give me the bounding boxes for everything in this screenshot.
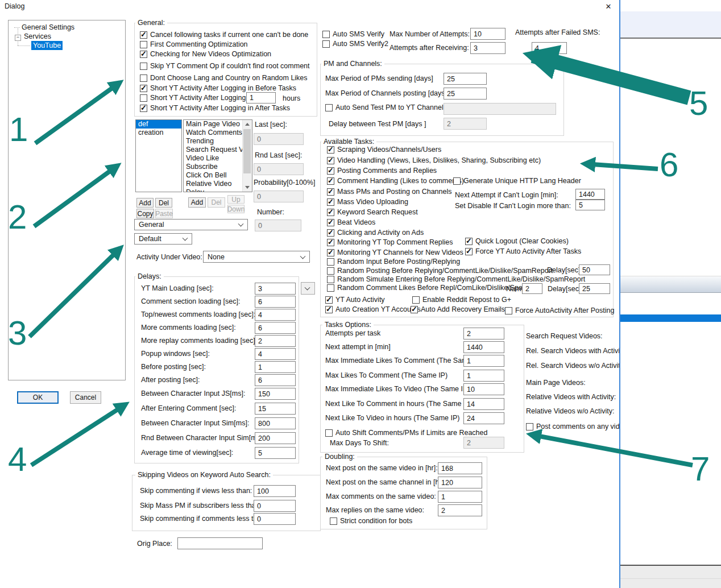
- checkbox-icon[interactable]: [140, 94, 147, 102]
- activity-under-video-dropdown[interactable]: None: [203, 251, 310, 263]
- number-input[interactable]: [255, 220, 301, 231]
- list-item[interactable]: def: [136, 120, 181, 129]
- checkbox-icon[interactable]: [327, 258, 334, 266]
- skip-subscribers-input[interactable]: [254, 500, 296, 512]
- checkbox-icon[interactable]: [505, 307, 512, 314]
- tasks-option-input[interactable]: [463, 328, 504, 339]
- delay-input[interactable]: [255, 388, 296, 400]
- checkbox-auto-sms-verify[interactable]: Auto SMS Verify: [322, 30, 384, 38]
- checkbox-task-random-comment-likes[interactable]: Random Comment Likes Before Repl/ComLike…: [327, 284, 541, 292]
- orig-place-input[interactable]: [177, 537, 263, 549]
- delay-input[interactable]: [255, 447, 296, 459]
- list-item[interactable]: Subscribe: [184, 163, 243, 171]
- checkbox-icon[interactable]: [526, 423, 533, 430]
- checkbox-icon[interactable]: [140, 51, 147, 58]
- checkbox-icon[interactable]: [140, 63, 147, 70]
- tasks-option-input[interactable]: [463, 398, 504, 410]
- checkbox-icon[interactable]: [327, 229, 334, 237]
- up-button[interactable]: Up: [227, 195, 245, 204]
- checkbox-icon[interactable]: [327, 209, 334, 216]
- delay-input[interactable]: [255, 403, 296, 415]
- delay-input[interactable]: [255, 361, 296, 373]
- checkbox-icon[interactable]: [140, 105, 147, 112]
- delay-input[interactable]: [255, 348, 296, 360]
- doubling-input[interactable]: [438, 491, 482, 503]
- delay-input[interactable]: [255, 309, 296, 321]
- random-likes-num-input[interactable]: [522, 283, 542, 294]
- channels-posting-input[interactable]: [444, 88, 487, 100]
- checkbox-auto-add-recovery-emails[interactable]: Auto Add Recovery Emails: [411, 305, 505, 313]
- checkbox-skip-yt-comment-op[interactable]: Skip YT Comment Op if couldn't find root…: [140, 62, 310, 70]
- tasks-option-input[interactable]: [463, 412, 504, 424]
- checkbox-icon[interactable]: [327, 219, 334, 226]
- checkbox-task-beat-videos[interactable]: Beat Videos: [327, 218, 375, 226]
- close-icon[interactable]: ✕: [600, 1, 617, 12]
- last-sec-input[interactable]: [254, 133, 304, 145]
- tree-item-general-settings[interactable]: General Settings: [20, 23, 76, 32]
- checkbox-icon[interactable]: [327, 198, 334, 206]
- checkbox-reddit-repost[interactable]: Enable Reddit Repost to G+: [412, 296, 511, 304]
- set-disable-login-input[interactable]: [575, 200, 605, 210]
- checkbox-post-comments-any-video[interactable]: Post comments on any video v: [526, 423, 620, 430]
- list-item[interactable]: Watch Comments: [184, 129, 243, 137]
- doubling-input[interactable]: [438, 504, 482, 516]
- checkbox-icon[interactable]: [327, 188, 334, 196]
- checkbox-icon[interactable]: [325, 306, 333, 313]
- list-item[interactable]: Click On Bell: [184, 171, 243, 180]
- checkbox-checking-new-videos[interactable]: Checking for New Videos Optimization: [140, 50, 271, 58]
- max-days-shift-input[interactable]: [463, 437, 504, 449]
- delay-input[interactable]: [255, 335, 296, 347]
- checkbox-task-mass-pms[interactable]: Mass PMs and Posting on Channels: [327, 188, 452, 196]
- checkbox-cancel-following-tasks[interactable]: Cancel following tasks if current one ca…: [140, 31, 308, 39]
- checkbox-icon[interactable]: [140, 31, 147, 39]
- checkbox-icon[interactable]: [412, 296, 420, 304]
- checkbox-icon[interactable]: [327, 267, 334, 275]
- probability-input[interactable]: [254, 191, 304, 202]
- checkbox-task-random-simulate[interactable]: Random Simulate Entering Before Replying…: [327, 275, 585, 283]
- list-item[interactable]: Trending: [184, 137, 243, 146]
- delay-test-pm-input[interactable]: [444, 118, 487, 130]
- pm-sending-input[interactable]: [444, 73, 487, 85]
- down-button[interactable]: Down: [227, 205, 245, 213]
- checkbox-icon[interactable]: [140, 85, 147, 92]
- del-group-button[interactable]: Del: [155, 198, 172, 208]
- checkbox-task-video-handling[interactable]: Video Handling (Views, Likes, Dislikes, …: [327, 156, 541, 164]
- checkbox-task-monitoring-top-comments[interactable]: Monitoring YT Top Comment Replies: [327, 238, 453, 246]
- tasks-option-input[interactable]: [463, 341, 504, 353]
- checkbox-force-autoactivity-posting[interactable]: Force AutoActivity After Posting: [505, 307, 614, 314]
- paste-button[interactable]: Paste: [155, 209, 173, 218]
- copy-button[interactable]: Copy: [136, 209, 154, 218]
- skip-views-input[interactable]: [254, 485, 296, 497]
- checkbox-task-scraping[interactable]: Scraping Videos/Channels/Users: [327, 146, 441, 154]
- checkbox-icon[interactable]: [411, 306, 418, 313]
- checkbox-task-comment-handling[interactable]: Comment Handling (Likes to comments): [327, 177, 464, 185]
- checkbox-icon[interactable]: [327, 177, 334, 185]
- attempts-receiving-input[interactable]: [470, 42, 505, 54]
- checkbox-force-yt-auto-activity[interactable]: Force YT Auto Activity After Tasks: [465, 247, 581, 255]
- checkbox-task-clicking-ads[interactable]: Clicking and Activity on Ads: [327, 229, 424, 237]
- checkbox-icon[interactable]: [327, 284, 334, 292]
- checkbox-task-mass-uploading[interactable]: Mass Video Uploading: [327, 198, 408, 206]
- yt-main-loading-dropdown-button[interactable]: [301, 282, 315, 295]
- checkbox-icon[interactable]: [327, 249, 334, 256]
- add-action-button[interactable]: Add: [188, 197, 206, 208]
- test-pm-channel-input[interactable]: [444, 103, 556, 115]
- short-activity-hours-input[interactable]: [246, 92, 276, 103]
- checkbox-icon[interactable]: [322, 31, 330, 38]
- delay-input[interactable]: [255, 417, 296, 429]
- checkbox-task-monitoring-channels[interactable]: Monitoring YT Channels for New Videos: [327, 249, 463, 256]
- attempts-failed-sms-input[interactable]: [532, 42, 567, 54]
- ok-button[interactable]: OK: [17, 391, 59, 404]
- delay-input[interactable]: [255, 322, 296, 334]
- checkbox-icon[interactable]: [465, 248, 473, 255]
- checkbox-icon[interactable]: [322, 40, 330, 48]
- list-item[interactable]: Delay: [184, 188, 243, 192]
- checkbox-yt-auto-activity[interactable]: YT Auto Activity: [325, 296, 385, 304]
- checkbox-dont-choose-lang[interactable]: Dont Choose Lang and Country on Random L…: [140, 74, 308, 82]
- tree-item-youtube[interactable]: YouTube: [31, 41, 63, 50]
- checkbox-quick-logout[interactable]: Quick Logout (Clear Cookies): [465, 237, 569, 245]
- checkbox-task-keyword-search[interactable]: Keyword Search Request: [327, 208, 418, 216]
- checkbox-icon[interactable]: [325, 104, 333, 111]
- rnd-last-sec-input[interactable]: [254, 163, 304, 175]
- doubling-input[interactable]: [438, 462, 482, 474]
